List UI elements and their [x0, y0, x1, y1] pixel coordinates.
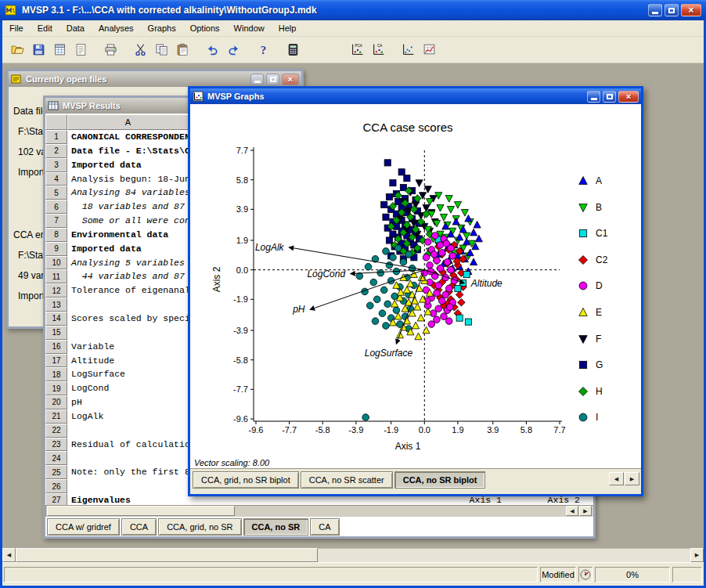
- menu-graphs[interactable]: Graphs: [141, 21, 183, 35]
- row-header[interactable]: 22: [45, 424, 67, 438]
- open-button[interactable]: [8, 40, 27, 60]
- cut-button[interactable]: [131, 40, 150, 60]
- menu-edit[interactable]: Edit: [31, 21, 59, 35]
- ca-graph-button[interactable]: CA: [369, 40, 388, 60]
- grid-corner-cell[interactable]: [45, 114, 67, 130]
- row-header[interactable]: 20: [45, 395, 67, 409]
- tab-scroll-left-icon[interactable]: ◀: [609, 472, 624, 485]
- tab-scroll-right-icon[interactable]: ▶: [625, 472, 639, 485]
- results-cell[interactable]: Environmental data: [67, 228, 168, 242]
- column-a-header[interactable]: A: [67, 114, 189, 130]
- minimize-button[interactable]: [648, 4, 662, 16]
- row-header[interactable]: 11: [45, 269, 67, 283]
- row-header[interactable]: 13: [45, 298, 67, 312]
- results-tab-cca-w-gridref[interactable]: CCA w/ gridref: [47, 518, 120, 536]
- row-header[interactable]: 16: [45, 340, 67, 354]
- main-horizontal-scrollbar[interactable]: ◀ ▶: [2, 548, 704, 562]
- results-cell[interactable]: Variable: [67, 340, 114, 354]
- results-cell[interactable]: LogAlk: [67, 409, 103, 424]
- row-header[interactable]: 1: [45, 130, 67, 144]
- scroll-left-icon[interactable]: ◀: [566, 506, 578, 516]
- results-hscroll-thumb[interactable]: [47, 506, 235, 516]
- results-tab-cca[interactable]: CCA: [121, 518, 157, 536]
- graphs-title-bar[interactable]: MVSP Graphs ×: [190, 88, 641, 104]
- menu-window[interactable]: Window: [227, 21, 272, 35]
- maximize-button[interactable]: [665, 4, 679, 16]
- row-header[interactable]: 6: [45, 200, 67, 214]
- row-header[interactable]: 25: [45, 465, 67, 479]
- row-header[interactable]: 5: [45, 186, 67, 200]
- redo-button[interactable]: [224, 40, 243, 60]
- import-data-button[interactable]: [50, 40, 70, 60]
- hscroll-right-icon[interactable]: ▶: [690, 548, 704, 562]
- save-button[interactable]: [29, 40, 49, 60]
- hscroll-left-icon[interactable]: ◀: [2, 548, 16, 562]
- scroll-right-icon[interactable]: ▶: [579, 506, 592, 516]
- open-files-title-bar[interactable]: Currently open files ×: [9, 71, 301, 87]
- results-cell[interactable]: [67, 298, 71, 312]
- undo-button[interactable]: [203, 40, 222, 60]
- row-header[interactable]: 10: [45, 256, 67, 270]
- row-header[interactable]: 23: [45, 438, 67, 452]
- menu-help[interactable]: Help: [272, 21, 304, 35]
- help-button[interactable]: ?: [254, 40, 273, 60]
- close-button[interactable]: ×: [681, 4, 701, 16]
- row-header[interactable]: 24: [45, 451, 67, 465]
- close-button[interactable]: ×: [282, 74, 299, 85]
- title-bar[interactable]: MVSP 3.1 - F:\...\CCA with corrected alk…: [0, 0, 706, 20]
- graph-grid-button[interactable]: [420, 40, 439, 60]
- print-button[interactable]: [101, 40, 121, 60]
- minimize-button[interactable]: [250, 74, 264, 85]
- results-cell[interactable]: LogCond: [67, 381, 109, 395]
- row-header[interactable]: 3: [45, 158, 67, 172]
- results-cell[interactable]: [67, 326, 71, 340]
- menu-options[interactable]: Options: [183, 21, 227, 35]
- results-cell[interactable]: [67, 479, 71, 493]
- results-cell[interactable]: pH: [67, 395, 82, 409]
- results-cell[interactable]: Altitude: [67, 354, 114, 368]
- scatter-graph-button[interactable]: [398, 40, 418, 60]
- results-cell[interactable]: Eigenvalues: [67, 493, 131, 505]
- minimize-button[interactable]: [587, 91, 600, 103]
- row-header[interactable]: 17: [45, 354, 67, 368]
- menu-file[interactable]: File: [2, 21, 31, 35]
- row-header[interactable]: 19: [45, 381, 67, 395]
- graphs-tab-cca-no-sr-biplot[interactable]: CCA, no SR biplot: [394, 471, 486, 489]
- results-tab-cca-grid-no-sr[interactable]: CCA, grid, no SR: [158, 518, 241, 536]
- row-header[interactable]: 4: [45, 172, 67, 186]
- paste-button[interactable]: [173, 40, 193, 60]
- row-header[interactable]: 7: [45, 214, 67, 228]
- graphs-tab-cca-grid-no-sr-biplot[interactable]: CCA, grid, no SR biplot: [193, 471, 299, 489]
- run-analysis-button[interactable]: [283, 40, 303, 60]
- triangle-down-marker-icon: [577, 333, 589, 345]
- row-header[interactable]: 18: [45, 367, 67, 381]
- row-header[interactable]: 26: [45, 479, 67, 493]
- hscroll-thumb[interactable]: [16, 548, 318, 562]
- results-cell[interactable]: Imported data: [67, 158, 142, 172]
- menu-analyses[interactable]: Analyses: [92, 21, 141, 35]
- results-cell[interactable]: [67, 424, 71, 438]
- row-header[interactable]: 12: [45, 283, 67, 298]
- results-tab-ca[interactable]: CA: [310, 518, 339, 536]
- row-header[interactable]: 2: [45, 144, 67, 158]
- results-tab-cca-no-sr[interactable]: CCA, no SR: [243, 518, 309, 536]
- results-cell[interactable]: Imported data: [67, 242, 142, 256]
- copy-button[interactable]: [152, 40, 171, 60]
- graphs-tab-cca-no-sr-scatter[interactable]: CCA, no SR scatter: [301, 471, 393, 489]
- row-header[interactable]: 15: [45, 326, 67, 340]
- hscroll-track[interactable]: [318, 548, 690, 562]
- close-button[interactable]: ×: [618, 91, 639, 103]
- pca-graph-button[interactable]: PCA: [348, 40, 367, 60]
- menu-data[interactable]: Data: [59, 21, 92, 35]
- row-header[interactable]: 21: [45, 409, 67, 424]
- results-cell[interactable]: LogSurface: [67, 367, 125, 381]
- maximize-button[interactable]: [603, 91, 616, 103]
- row-header[interactable]: 14: [45, 312, 67, 326]
- maximize-button[interactable]: [266, 74, 279, 85]
- row-header[interactable]: 8: [45, 228, 67, 242]
- row-header[interactable]: 27: [45, 493, 67, 505]
- export-results-button[interactable]: [71, 40, 91, 60]
- row-header[interactable]: 9: [45, 242, 67, 256]
- results-hscrollbar[interactable]: ◀ ▶: [45, 505, 593, 517]
- results-cell[interactable]: [67, 451, 71, 465]
